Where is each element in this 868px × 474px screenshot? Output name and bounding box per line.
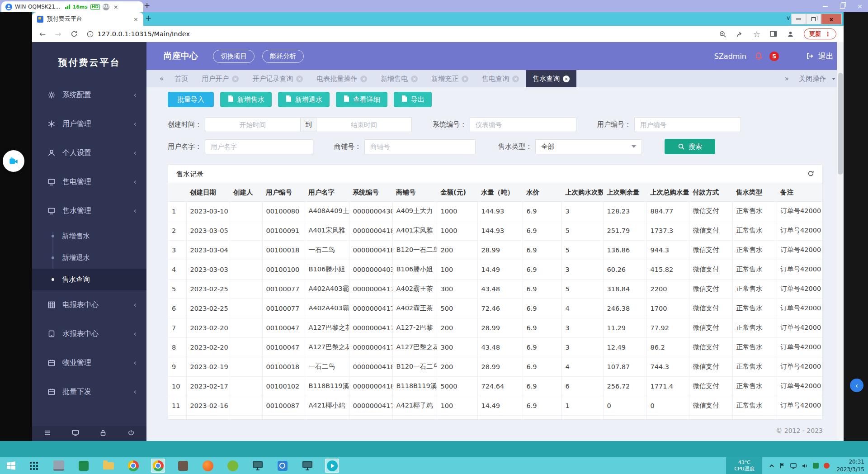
menu-dots-icon[interactable]: ⋮ — [825, 31, 831, 38]
start-button[interactable] — [6, 461, 16, 470]
table-row[interactable]: 22023-03-0500100091A401宋风雅0000000418A401… — [168, 221, 822, 240]
table-row[interactable]: 32023-03-0400100018一石二鸟0000000418B120一石二… — [168, 240, 822, 260]
water-type-select[interactable]: 全部 — [535, 139, 642, 154]
power-icon[interactable] — [127, 429, 135, 438]
sidebar-item-物业管理[interactable]: 物业管理‹ — [32, 348, 146, 377]
批量导入-button[interactable]: 批量导入 — [168, 92, 214, 107]
close-icon[interactable]: × — [857, 3, 863, 9]
tab-close-icon[interactable]: × — [360, 76, 367, 82]
table-row[interactable]: 62023-02-2500100077A402A403霸王茶0000000417… — [168, 299, 822, 318]
logout-button[interactable]: 退出 — [806, 51, 834, 62]
restore-icon[interactable] — [840, 4, 845, 9]
user-no-input[interactable] — [634, 117, 741, 132]
inner-minimize-icon[interactable] — [791, 14, 806, 24]
shop-no-input[interactable] — [364, 139, 476, 154]
stamp-app-icon[interactable] — [176, 459, 190, 473]
browser-tab-close-icon[interactable]: × — [133, 16, 138, 23]
forward-icon[interactable]: → — [55, 29, 61, 38]
sidebar-item-售电管理[interactable]: 售电管理‹ — [32, 167, 146, 196]
tab-close-icon[interactable]: × — [411, 76, 418, 82]
tray-app-icon[interactable] — [824, 463, 830, 469]
table-row[interactable]: 112023-02-1600100087A421椰小鸡0000000417A42… — [168, 396, 822, 415]
chrome-app-icon[interactable] — [126, 459, 140, 473]
browser-tab[interactable]: 预付费云平台 × — [32, 12, 143, 26]
side-panel-icon[interactable] — [770, 30, 777, 38]
site-info-icon[interactable] — [87, 31, 94, 38]
meeting-float-ball[interactable] — [3, 150, 24, 172]
table-row[interactable]: 82023-02-2000100047A127巴黎之花0000000417A12… — [168, 337, 822, 357]
terminal-app-icon[interactable] — [76, 459, 90, 473]
tab-close-icon[interactable]: × — [563, 76, 570, 82]
sidebar-item-个人设置[interactable]: 个人设置‹ — [32, 138, 146, 167]
sidebar-subitem-售水查询[interactable]: 售水查询 — [32, 269, 146, 290]
page-scrollbar[interactable] — [837, 42, 844, 441]
lock-icon[interactable] — [99, 429, 107, 438]
minimize-icon[interactable] — [823, 6, 828, 7]
navbar-pill-能耗分析[interactable]: 能耗分析 — [262, 50, 304, 63]
chevron-down-icon[interactable]: ∨ — [786, 14, 791, 21]
table-row[interactable]: 72023-02-2000100047A127巴黎之花0000000417A12… — [168, 318, 822, 337]
查看详细-button[interactable]: 查看详细 — [336, 92, 387, 107]
tabs-scroll-right-icon[interactable]: » — [785, 75, 789, 83]
tab-close-icon[interactable]: × — [296, 76, 303, 82]
tab-售水查询[interactable]: 售水查询× — [526, 70, 576, 87]
browser-new-tab-icon[interactable]: + — [145, 14, 151, 23]
zoom-icon[interactable] — [719, 30, 726, 38]
firefox-app-icon[interactable] — [201, 459, 215, 473]
start-time-input[interactable] — [205, 117, 301, 132]
bell-icon[interactable] — [755, 52, 763, 61]
username-label[interactable]: SZadmin — [714, 52, 746, 61]
tray-expand-icon[interactable] — [769, 463, 774, 469]
printer-app-icon[interactable] — [52, 459, 66, 473]
inner-restore-icon[interactable] — [806, 14, 821, 24]
新增退水-button[interactable]: 新增退水 — [278, 92, 330, 107]
remote-new-tab-icon[interactable]: + — [144, 1, 150, 10]
remote-toolbar-handle[interactable]: ‹ — [850, 379, 863, 392]
tab-close-icon[interactable]: × — [462, 76, 468, 82]
navbar-pill-切换项目[interactable]: 切换项目 — [213, 50, 255, 63]
settings-app-icon[interactable] — [275, 459, 289, 473]
file-explorer-icon[interactable] — [101, 459, 115, 473]
table-row[interactable]: 102023-02-1700100102B118B119溪0000000418B… — [168, 376, 822, 396]
table-row[interactable]: 12023-03-1000100080A408A409土大力0000000430… — [168, 201, 822, 221]
taskbar-clock[interactable]: 20:31 2023/3/15 — [836, 458, 864, 473]
sidebar-item-水报表中心[interactable]: 水报表中心‹ — [32, 319, 146, 348]
sidebar-item-电报表中心[interactable]: 电报表中心‹ — [32, 290, 146, 319]
search-button[interactable]: 搜索 — [665, 139, 715, 154]
table-row[interactable]: 52023-02-2500100077A402A403霸王茶0000000417… — [168, 279, 822, 299]
speaker-icon[interactable] — [802, 463, 808, 469]
tab-close-icon[interactable]: × — [232, 76, 239, 82]
tab-首页[interactable]: 首页 — [168, 70, 195, 87]
cpu-temp-widget[interactable]: 43°C CPU温度 — [726, 457, 762, 474]
end-time-input[interactable] — [316, 117, 412, 132]
display2-app-icon[interactable] — [300, 459, 314, 473]
meeting-app-icon[interactable] — [325, 459, 339, 473]
antivirus-tray-icon[interactable] — [813, 463, 819, 469]
close-operations-button[interactable]: 关闭操作 — [799, 75, 826, 83]
sidebar-subitem-新增售水[interactable]: 新增售水 — [32, 225, 146, 247]
monitor-icon[interactable] — [72, 429, 79, 438]
sidebar-item-批量下发[interactable]: 批量下发‹ — [32, 377, 146, 406]
chrome-active-app-icon[interactable] — [151, 459, 165, 473]
tab-用户开户[interactable]: 用户开户× — [195, 70, 245, 87]
tab-新增售电[interactable]: 新增售电× — [374, 70, 425, 87]
sidebar-subitem-新增退水[interactable]: 新增退水 — [32, 247, 146, 269]
display-app-icon[interactable] — [250, 459, 264, 473]
back-icon[interactable]: ← — [39, 29, 46, 38]
remote-session-tab[interactable]: WIN-OQMSK21... 16ms HD RU × — [1, 1, 143, 12]
tabs-scroll-left-icon[interactable]: « — [160, 75, 164, 83]
tab-开户记录查询[interactable]: 开户记录查询× — [245, 70, 310, 87]
table-row[interactable]: 92023-02-1900100018一石二鸟0000000418B120一石二… — [168, 357, 822, 376]
inner-close-icon[interactable]: x — [821, 14, 842, 24]
sidebar-item-用户管理[interactable]: 用户管理‹ — [32, 109, 146, 138]
bookmark-star-icon[interactable]: ☆ — [753, 29, 760, 39]
tab-close-icon[interactable]: × — [512, 76, 519, 82]
task-grid-icon[interactable] — [27, 459, 41, 473]
tab-电表批量操作[interactable]: 电表批量操作× — [310, 70, 374, 87]
sidebar-item-售水管理[interactable]: 售水管理‹ — [32, 196, 146, 225]
flag-icon[interactable] — [779, 463, 785, 469]
refresh-icon[interactable] — [807, 170, 814, 179]
share-icon[interactable] — [736, 30, 744, 38]
update-button[interactable]: 更新 ⋮ — [804, 28, 836, 39]
tab-售电查询[interactable]: 售电查询× — [475, 70, 526, 87]
